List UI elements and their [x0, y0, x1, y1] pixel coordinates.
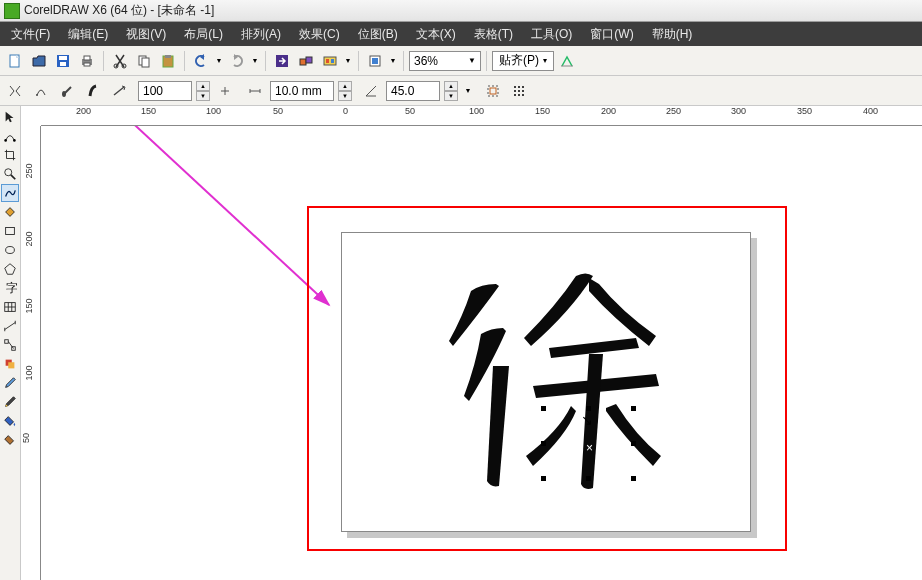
svg-point-28 [514, 90, 516, 92]
angle-input[interactable]: 45.0 [386, 81, 440, 101]
svg-point-27 [522, 86, 524, 88]
spray-pattern-icon[interactable] [508, 80, 530, 102]
svg-point-36 [5, 169, 12, 176]
publish-button[interactable] [319, 50, 341, 72]
selection-center-icon: × [586, 441, 593, 455]
shape-tool[interactable] [1, 127, 19, 145]
standard-toolbar: ▼ ▼ ▼ ▼ 36% ▼ 贴齐(P) ▾ [0, 46, 922, 76]
rectangle-tool[interactable] [1, 222, 19, 240]
svg-point-35 [13, 139, 16, 142]
svg-point-45 [6, 405, 8, 407]
effects-tool[interactable] [1, 355, 19, 373]
redo-dropdown[interactable]: ▼ [250, 50, 260, 72]
mirror-h-icon[interactable] [4, 80, 26, 102]
drawing-canvas[interactable]: × ↘ [41, 126, 922, 580]
launcher-dropdown[interactable]: ▼ [388, 50, 398, 72]
undo-button[interactable] [190, 50, 212, 72]
svg-rect-14 [300, 59, 306, 65]
svg-point-26 [518, 86, 520, 88]
brush-preset-2-icon[interactable] [56, 80, 78, 102]
eyedropper-tool[interactable] [1, 374, 19, 392]
dimension-tool[interactable] [1, 317, 19, 335]
menu-file[interactable]: 文件(F) [2, 23, 59, 46]
fill-tool[interactable] [1, 412, 19, 430]
undo-dropdown[interactable]: ▼ [214, 50, 224, 72]
thickness-spinner[interactable]: ▲▼ [196, 81, 210, 101]
text-tool[interactable]: 字 [1, 279, 19, 297]
chevron-down-icon: ▾ [543, 56, 547, 65]
svg-rect-6 [84, 63, 90, 66]
smart-fill-tool[interactable] [1, 203, 19, 221]
menubar: 文件(F) 编辑(E) 视图(V) 布局(L) 排列(A) 效果(C) 位图(B… [0, 22, 922, 46]
save-button[interactable] [52, 50, 74, 72]
zoom-level-combo[interactable]: 36% ▼ [409, 51, 481, 71]
paste-button[interactable] [157, 50, 179, 72]
brush-preset-1-icon[interactable] [30, 80, 52, 102]
outline-tool[interactable] [1, 393, 19, 411]
snap-label: 贴齐(P) [499, 52, 539, 69]
chevron-down-icon: ▼ [468, 56, 476, 65]
svg-point-25 [514, 86, 516, 88]
svg-point-38 [6, 247, 15, 254]
menu-edit[interactable]: 编辑(E) [59, 23, 117, 46]
print-button[interactable] [76, 50, 98, 72]
export-button[interactable] [295, 50, 317, 72]
cut-button[interactable] [109, 50, 131, 72]
app-launcher-button[interactable] [364, 50, 386, 72]
menu-view[interactable]: 视图(V) [117, 23, 175, 46]
publish-dropdown[interactable]: ▼ [343, 50, 353, 72]
menu-arrange[interactable]: 排列(A) [232, 23, 290, 46]
polygon-tool[interactable] [1, 260, 19, 278]
svg-rect-17 [326, 59, 329, 63]
menu-window[interactable]: 窗口(W) [581, 23, 642, 46]
angle-dropdown[interactable]: ▼ [462, 80, 474, 102]
interactive-fill-tool[interactable] [1, 431, 19, 449]
ruler-horizontal[interactable]: 200 150 100 50 0 50 100 150 200 250 300 … [41, 106, 922, 126]
pressure-brush-icon[interactable] [108, 80, 130, 102]
menu-layout[interactable]: 布局(L) [175, 23, 232, 46]
app-logo-icon [4, 3, 20, 19]
svg-rect-37 [6, 228, 15, 235]
svg-point-32 [518, 94, 520, 96]
import-button[interactable] [271, 50, 293, 72]
nib-size-spinner[interactable]: ▲▼ [338, 81, 352, 101]
svg-rect-16 [324, 57, 336, 65]
menu-help[interactable]: 帮助(H) [643, 23, 702, 46]
svg-rect-41 [5, 340, 9, 344]
options-button[interactable] [556, 50, 578, 72]
new-doc-button[interactable] [4, 50, 26, 72]
cursor-indicator-icon: ↘ [581, 412, 593, 428]
calligraphy-brush-icon[interactable] [82, 80, 104, 102]
snap-dropdown[interactable]: 贴齐(P) ▾ [492, 51, 554, 71]
copy-button[interactable] [133, 50, 155, 72]
svg-rect-20 [372, 58, 378, 64]
nib-size-input[interactable]: 10.0 mm [270, 81, 334, 101]
menu-text[interactable]: 文本(X) [407, 23, 465, 46]
zoom-tool[interactable] [1, 165, 19, 183]
thickness-lock-icon[interactable] [214, 80, 236, 102]
freehand-tool[interactable] [1, 184, 19, 202]
menu-tools[interactable]: 工具(O) [522, 23, 581, 46]
ellipse-tool[interactable] [1, 241, 19, 259]
svg-point-22 [62, 91, 66, 97]
crop-tool[interactable] [1, 146, 19, 164]
angle-spinner[interactable]: ▲▼ [444, 81, 458, 101]
highlight-frame [307, 206, 787, 551]
menu-effects[interactable]: 效果(C) [290, 23, 349, 46]
svg-line-46 [124, 126, 329, 305]
ruler-vertical[interactable]: 250 200 150 100 50 [21, 126, 41, 580]
menu-bitmaps[interactable]: 位图(B) [349, 23, 407, 46]
thickness-input[interactable]: 100 [138, 81, 192, 101]
svg-point-30 [522, 90, 524, 92]
connector-tool[interactable] [1, 336, 19, 354]
menu-table[interactable]: 表格(T) [465, 23, 522, 46]
redo-button[interactable] [226, 50, 248, 72]
table-tool[interactable] [1, 298, 19, 316]
svg-point-31 [514, 94, 516, 96]
svg-rect-18 [331, 59, 334, 63]
open-button[interactable] [28, 50, 50, 72]
bounding-box-icon[interactable] [482, 80, 504, 102]
pick-tool[interactable] [1, 108, 19, 126]
svg-rect-2 [59, 56, 67, 60]
angle-icon [360, 80, 382, 102]
